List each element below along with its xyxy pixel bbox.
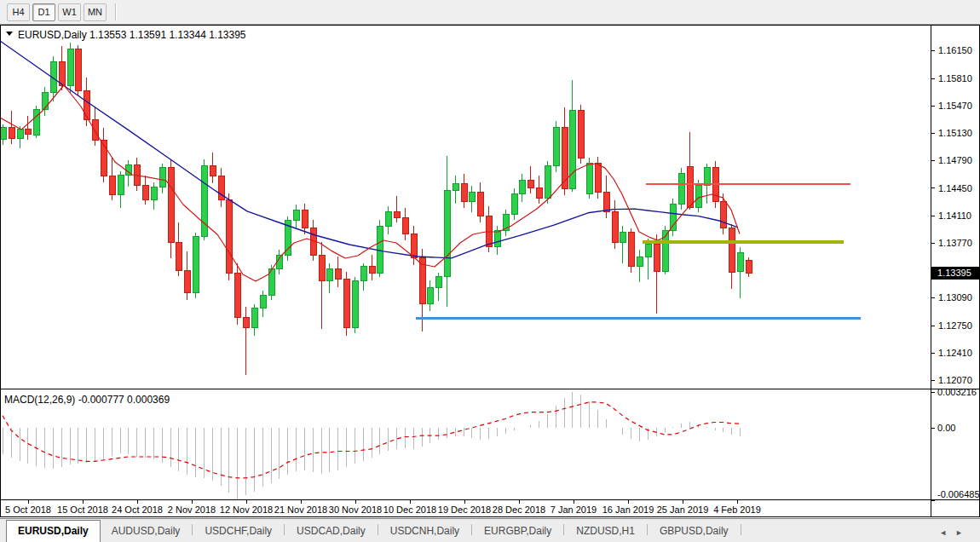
timeframe-w1-button[interactable]: W1 — [58, 3, 81, 21]
tab-divider — [471, 524, 472, 535]
tab-divider — [741, 524, 741, 535]
price-badge: 1.13395 — [931, 267, 980, 280]
svg-text:4 Feb 2019: 4 Feb 2019 — [713, 505, 761, 515]
svg-text:1.15810: 1.15810 — [938, 73, 972, 84]
chart-title: EURUSD,Daily 1.13553 1.13591 1.13344 1.1… — [6, 29, 246, 41]
tab-audusd-daily[interactable]: AUDUSD,Daily — [101, 521, 192, 542]
mid-support-line[interactable] — [643, 240, 844, 244]
svg-text:1.15130: 1.15130 — [938, 128, 972, 138]
tab-usdchf-daily[interactable]: USDCHF,Daily — [193, 521, 283, 542]
chart-canvas[interactable]: 1.161501.158101.154701.151301.147901.144… — [0, 25, 980, 518]
macd-label: MACD(12,26,9) -0.000777 0.000369 — [4, 394, 170, 406]
svg-text:0.003216: 0.003216 — [937, 387, 977, 397]
tab-usdcnh-daily[interactable]: USDCNH,Daily — [379, 521, 470, 542]
tab-divider — [284, 524, 285, 535]
svg-text:24 Oct 2018: 24 Oct 2018 — [112, 505, 163, 515]
svg-text:5 Oct 2018: 5 Oct 2018 — [5, 505, 51, 515]
tab-divider — [378, 524, 378, 535]
tab-eurgbp-daily[interactable]: EURGBP,Daily — [473, 521, 562, 542]
svg-text:28 Dec 2018: 28 Dec 2018 — [493, 505, 545, 515]
svg-text:-0.006485: -0.006485 — [937, 489, 980, 499]
svg-text:1.13090: 1.13090 — [938, 292, 972, 303]
svg-text:1.14110: 1.14110 — [938, 210, 971, 221]
tab-divider — [192, 524, 193, 535]
tab-usdcad-daily[interactable]: USDCAD,Daily — [285, 521, 377, 542]
svg-text:1.12410: 1.12410 — [938, 348, 972, 358]
timeframe-d1-button[interactable]: D1 — [32, 3, 55, 21]
timeframe-mn-button[interactable]: MN — [84, 3, 107, 21]
tab-divider — [647, 524, 648, 535]
svg-text:7 Jan 2019: 7 Jan 2019 — [551, 505, 597, 515]
svg-text:1.14790: 1.14790 — [938, 155, 972, 165]
svg-text:1.12070: 1.12070 — [938, 375, 972, 385]
svg-text:10 Dec 2018: 10 Dec 2018 — [383, 505, 436, 515]
timeframe-h4-button[interactable]: H4 — [7, 3, 30, 21]
svg-text:16 Jan 2019: 16 Jan 2019 — [602, 505, 654, 515]
svg-text:30 Nov 2018: 30 Nov 2018 — [329, 505, 382, 515]
tab-nzdusd-h1[interactable]: NZDUSD,H1 — [565, 521, 646, 542]
svg-text:15 Oct 2018: 15 Oct 2018 — [57, 505, 108, 515]
svg-text:1.13770: 1.13770 — [938, 238, 972, 248]
svg-text:12 Nov 2018: 12 Nov 2018 — [220, 505, 273, 515]
svg-text:19 Dec 2018: 19 Dec 2018 — [438, 505, 491, 515]
svg-text:1.13395: 1.13395 — [937, 268, 971, 278]
svg-text:1.12750: 1.12750 — [938, 320, 972, 331]
chart-tabs-bar: EURUSD,Daily AUDUSD,Daily USDCHF,Daily U… — [0, 518, 980, 542]
svg-text:2 Nov 2018: 2 Nov 2018 — [168, 505, 216, 515]
low-support-line[interactable] — [416, 317, 861, 320]
resistance-line[interactable] — [646, 183, 850, 185]
tab-divider — [563, 524, 564, 535]
tab-scroll-arrows: ◄► — [939, 528, 971, 537]
svg-text:21 Nov 2018: 21 Nov 2018 — [274, 505, 327, 515]
tabs-scroll-left-icon[interactable]: ◄ — [939, 528, 955, 537]
price-chart-svg[interactable]: 1.161501.158101.154701.151301.147901.144… — [0, 25, 980, 518]
svg-text:EURUSD,Daily 1.13553 1.13591: EURUSD,Daily 1.13553 1.13591 1.13344 1.1… — [18, 29, 246, 41]
svg-text:1.15470: 1.15470 — [938, 101, 972, 111]
svg-text:25 Jan 2019: 25 Jan 2019 — [657, 505, 709, 515]
svg-text:0.00: 0.00 — [937, 423, 955, 433]
svg-text:1.14450: 1.14450 — [938, 183, 972, 193]
tab-eurusd-daily[interactable]: EURUSD,Daily — [6, 520, 101, 542]
tab-gbpusd-daily[interactable]: GBPUSD,Daily — [649, 521, 740, 542]
svg-text:1.16150: 1.16150 — [938, 45, 972, 55]
toolbar-separator — [115, 3, 117, 20]
tabs-scroll-right-icon[interactable]: ► — [955, 528, 971, 537]
timeframe-toolbar: H4 D1 W1 MN — [0, 0, 980, 25]
